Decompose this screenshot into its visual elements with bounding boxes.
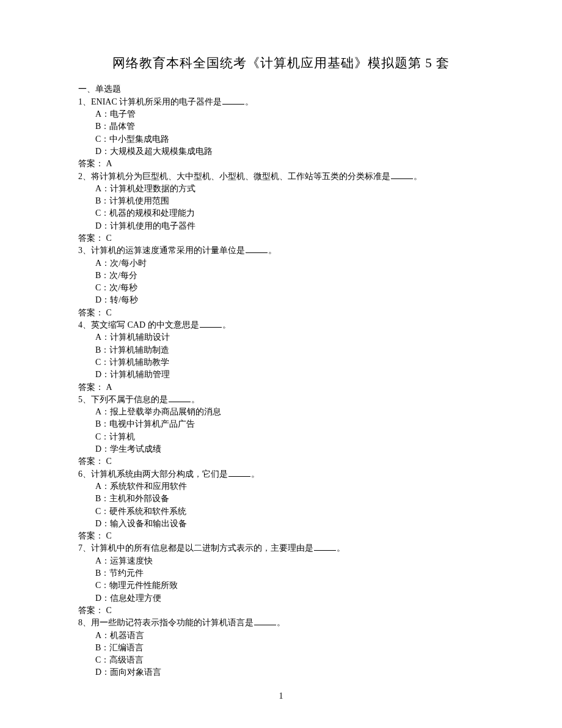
- questions-container: 1、ENIAC 计算机所采用的电子器件是。A：电子管B：晶体管C：中小型集成电路…: [78, 96, 484, 679]
- option-label: C：: [95, 581, 109, 590]
- question: 6、计算机系统由两大部分构成，它们是。A：系统软件和应用软件B：主机和外部设备C…: [78, 468, 484, 543]
- option-c: C：次/每秒: [95, 282, 484, 294]
- document-title: 网络教育本科全国统考《计算机应用基础》模拟题第 5 套: [78, 54, 484, 72]
- option-text: 计算机辅助教学: [109, 358, 169, 367]
- question: 5、下列不属于信息的是。A：报上登载举办商品展销的消息B：电视中计算机产品广告C…: [78, 394, 484, 468]
- option-label: D：: [95, 295, 110, 304]
- option-b: B：计算机辅助制造: [95, 344, 484, 356]
- option-text: 转/每秒: [110, 295, 138, 304]
- option-text: 系统软件和应用软件: [110, 482, 187, 491]
- option-label: C：: [95, 655, 109, 664]
- option-text: 计算机使用范围: [109, 196, 169, 205]
- option-text: 汇编语言: [109, 643, 144, 652]
- answer-line: 答案： A: [78, 381, 484, 394]
- option-text: 物理元件性能所致: [109, 581, 178, 590]
- question-text-suffix: 。: [245, 97, 254, 106]
- option-c: C：高级语言: [95, 654, 484, 666]
- question-stem: 4、英文缩写 CAD 的中文意思是。: [78, 319, 484, 331]
- question: 2、将计算机分为巨型机、大中型机、小型机、微型机、工作站等五类的分类标准是。A：…: [78, 171, 484, 245]
- section-header: 一、单选题: [78, 83, 484, 95]
- option-text: 次/每小时: [110, 259, 147, 268]
- option-text: 计算机辅助制造: [109, 345, 169, 355]
- question-number: 5、: [78, 395, 91, 404]
- option-text: 机器语言: [110, 631, 144, 640]
- question-text-suffix: 。: [337, 543, 345, 553]
- fill-blank: [228, 469, 250, 477]
- answer-label: 答案：: [78, 233, 106, 243]
- option-text: 节约元件: [109, 568, 144, 578]
- question-text: 用一些助记符表示指令功能的计算机语言是: [91, 618, 254, 627]
- question-text-suffix: 。: [251, 469, 260, 479]
- answer-value: C: [106, 606, 112, 615]
- answer-label: 答案：: [78, 531, 106, 540]
- option-b: B：电视中计算机产品广告: [95, 418, 484, 430]
- question: 7、计算机中的所有信息都是以二进制方式表示的，主要理由是。A：运算速度快B：节约…: [78, 542, 484, 617]
- option-b: B：汇编语言: [95, 642, 484, 654]
- option-label: D：: [95, 594, 110, 603]
- question-stem: 3、计算机的运算速度通常采用的计量单位是。: [78, 245, 484, 257]
- option-label: A：: [95, 333, 110, 342]
- option-label: D：: [95, 519, 110, 528]
- question-text: 将计算机分为巨型机、大中型机、小型机、微型机、工作站等五类的分类标准是: [91, 172, 390, 181]
- option-label: A：: [95, 109, 110, 119]
- option-c: C：硬件系统和软件系统: [95, 506, 484, 518]
- answer-line: 答案： C: [78, 455, 484, 468]
- option-label: B：: [95, 419, 109, 428]
- option-a: A：机器语言: [95, 630, 484, 642]
- answer-line: 答案： C: [78, 232, 484, 245]
- question: 8、用一些助记符表示指令功能的计算机语言是。A：机器语言B：汇编语言C：高级语言…: [78, 617, 484, 678]
- option-text: 计算机: [109, 432, 135, 441]
- option-label: C：: [95, 432, 109, 441]
- question-stem: 2、将计算机分为巨型机、大中型机、小型机、微型机、工作站等五类的分类标准是。: [78, 171, 484, 183]
- question-text: 下列不属于信息的是: [91, 395, 168, 404]
- option-text: 信息处理方便: [110, 594, 161, 603]
- question-number: 7、: [78, 543, 91, 553]
- question-text-suffix: 。: [414, 172, 422, 181]
- option-d: D：计算机辅助管理: [95, 369, 484, 381]
- option-text: 运算速度快: [110, 556, 153, 565]
- option-label: A：: [95, 259, 110, 268]
- answer-line: 答案： C: [78, 307, 484, 319]
- option-label: C：: [95, 134, 109, 144]
- question-text-suffix: 。: [268, 246, 277, 255]
- option-label: B：: [95, 196, 109, 205]
- option-a: A：报上登载举办商品展销的消息: [95, 406, 484, 418]
- answer-value: C: [106, 531, 112, 540]
- option-text: 报上登载举办商品展销的消息: [110, 407, 221, 416]
- option-a: A：计算机辅助设计: [95, 331, 484, 344]
- option-label: D：: [95, 370, 110, 379]
- option-text: 电视中计算机产品广告: [109, 419, 195, 428]
- answer-label: 答案：: [78, 606, 106, 615]
- answer-value: C: [106, 308, 112, 317]
- option-label: C：: [95, 358, 109, 367]
- option-label: C：: [95, 208, 109, 218]
- option-label: D：: [95, 221, 110, 230]
- option-d: D：面向对象语言: [95, 666, 484, 678]
- option-d: D：大规模及超大规模集成电路: [95, 145, 484, 158]
- option-label: D：: [95, 444, 110, 454]
- option-label: A：: [95, 184, 110, 193]
- option-b: B：次/每分: [95, 270, 484, 282]
- question-number: 1、: [78, 97, 91, 106]
- option-text: 面向对象语言: [110, 667, 161, 677]
- option-b: B：晶体管: [95, 120, 484, 133]
- option-d: D：转/每秒: [95, 294, 484, 306]
- fill-blank: [254, 618, 276, 626]
- fill-blank: [391, 171, 413, 179]
- option-text: 计算机辅助管理: [110, 370, 170, 379]
- option-c: C：物理元件性能所致: [95, 579, 484, 592]
- option-a: A：电子管: [95, 108, 484, 120]
- question-text: ENIAC 计算机所采用的电子器件是: [91, 97, 222, 106]
- option-label: B：: [95, 271, 109, 280]
- option-c: C：机器的规模和处理能力: [95, 207, 484, 219]
- answer-label: 答案：: [78, 159, 106, 168]
- question: 3、计算机的运算速度通常采用的计量单位是。A：次/每小时B：次/每分C：次/每秒…: [78, 245, 484, 319]
- option-d: D：输入设备和输出设备: [95, 518, 484, 530]
- question-stem: 8、用一些助记符表示指令功能的计算机语言是。: [78, 617, 484, 629]
- option-text: 大规模及超大规模集成电路: [110, 147, 213, 156]
- question-stem: 6、计算机系统由两大部分构成，它们是。: [78, 468, 484, 480]
- option-text: 电子管: [110, 109, 136, 119]
- option-label: B：: [95, 345, 109, 355]
- option-label: A：: [95, 407, 110, 416]
- option-label: A：: [95, 631, 110, 640]
